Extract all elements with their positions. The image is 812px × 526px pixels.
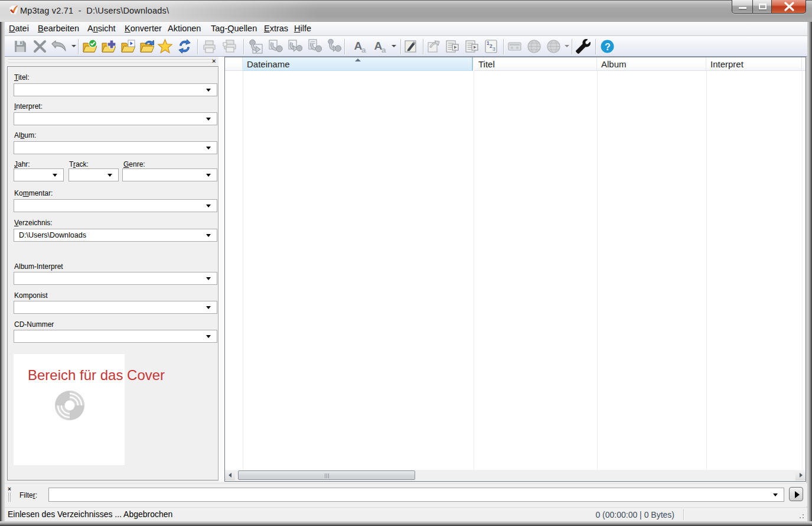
svg-text:3: 3 [493,46,495,52]
svg-text:a: a [361,46,366,54]
svg-text:?: ? [605,42,611,52]
svg-text:a: a [381,46,386,54]
